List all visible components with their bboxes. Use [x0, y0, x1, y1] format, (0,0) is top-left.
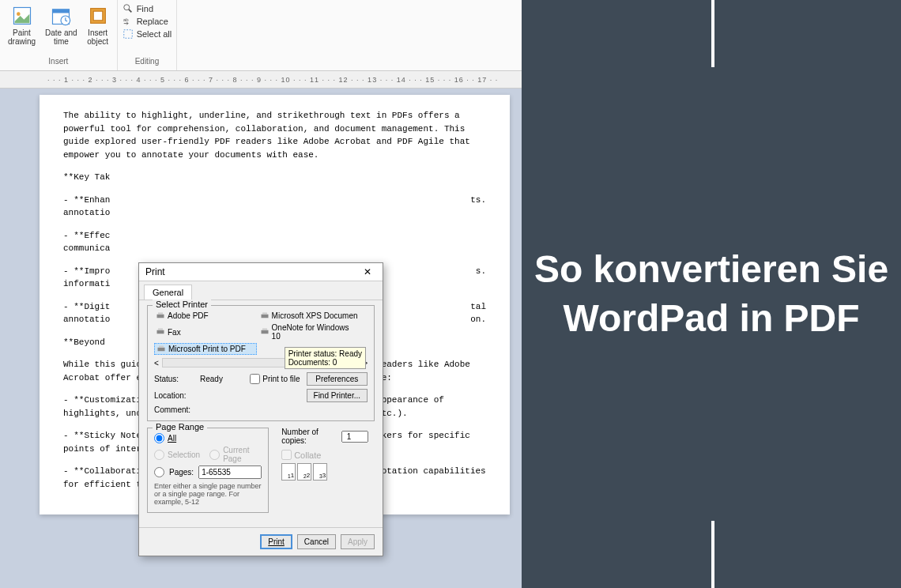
- banner-title: So konvertieren Sie WordPad in PDF: [522, 245, 901, 344]
- find-button[interactable]: Find: [123, 3, 172, 14]
- pages-input[interactable]: [198, 466, 262, 479]
- svg-rect-16: [261, 330, 268, 334]
- print-to-file-checkbox[interactable]: Print to file: [250, 374, 300, 384]
- svg-point-7: [123, 5, 129, 10]
- copies-input[interactable]: [341, 431, 368, 443]
- dialog-title: Print: [145, 266, 165, 277]
- select-printer-group: Select Printer Adobe PDF Microsoft XPS D…: [147, 305, 375, 421]
- dialog-titlebar[interactable]: Print ✕: [139, 263, 383, 281]
- svg-rect-11: [158, 312, 163, 314]
- radio-current-page[interactable]: Current Page: [209, 446, 262, 463]
- svg-rect-15: [158, 329, 163, 330]
- decorative-line: [711, 521, 714, 588]
- calendar-icon: [50, 5, 72, 27]
- printer-tooltip: Printer status: Ready Documents: 0: [285, 347, 366, 369]
- svg-rect-6: [93, 11, 103, 21]
- svg-rect-12: [261, 314, 268, 318]
- object-icon: [87, 5, 109, 27]
- copies-group: Number of copies: Collate 11 22 33: [275, 428, 375, 513]
- radio-pages[interactable]: Pages:: [154, 466, 262, 479]
- ribbon: Paint drawing Date and time Insert objec…: [0, 0, 522, 71]
- printer-item-fax[interactable]: Fax: [154, 322, 257, 341]
- radio-all[interactable]: All: [154, 433, 262, 443]
- preferences-button[interactable]: Preferences: [307, 372, 368, 386]
- cancel-button[interactable]: Cancel: [297, 534, 336, 549]
- svg-text:ab: ab: [123, 17, 129, 22]
- paint-icon: [11, 5, 33, 27]
- replace-button[interactable]: ab Replace: [123, 16, 172, 27]
- printer-icon: [156, 345, 166, 353]
- svg-rect-9: [123, 30, 132, 39]
- paint-drawing-button[interactable]: Paint drawing: [5, 3, 39, 47]
- printer-icon: [156, 328, 165, 336]
- svg-rect-13: [262, 312, 267, 314]
- paragraph: **Key Tak: [63, 171, 486, 184]
- find-printer-button[interactable]: Find Printer...: [307, 389, 368, 402]
- svg-rect-17: [262, 329, 267, 330]
- insert-object-button[interactable]: Insert object: [84, 3, 112, 47]
- printer-item-adobe[interactable]: Adobe PDF: [154, 311, 257, 321]
- scroll-left-icon[interactable]: <: [154, 359, 159, 368]
- paragraph: - **Effec communica: [63, 229, 486, 255]
- date-time-button[interactable]: Date and time: [42, 3, 81, 47]
- ribbon-group-insert: Paint drawing Date and time Insert objec…: [0, 0, 118, 70]
- svg-rect-10: [157, 314, 164, 318]
- apply-button[interactable]: Apply: [341, 534, 375, 549]
- printer-icon: [156, 312, 165, 320]
- decorative-line: [711, 0, 714, 67]
- printer-item-xps[interactable]: Microsoft XPS Documen: [258, 311, 361, 321]
- print-dialog: Print ✕ General Select Printer Adobe PDF…: [138, 262, 383, 556]
- svg-rect-18: [158, 347, 165, 351]
- close-icon[interactable]: ✕: [359, 266, 376, 277]
- banner-panel: So konvertieren Sie WordPad in PDF: [522, 0, 901, 588]
- printer-icon: [260, 312, 270, 320]
- collate-preview: 11 22 33: [281, 463, 368, 481]
- svg-rect-3: [53, 9, 70, 13]
- ribbon-group-editing: Find ab Replace Select all Editing: [118, 0, 178, 70]
- printer-icon: [260, 328, 270, 336]
- select-all-icon: [123, 28, 134, 40]
- wordpad-window: Paint drawing Date and time Insert objec…: [0, 0, 522, 588]
- ruler: · · · 1 · · · 2 · · · 3 · · · 4 · · · 5 …: [0, 71, 522, 89]
- find-icon: [123, 3, 134, 14]
- replace-icon: ab: [123, 16, 134, 27]
- print-button[interactable]: Print: [260, 534, 292, 549]
- paragraph: The ability to highlight, underline, and…: [63, 109, 486, 161]
- printer-item-ms-print[interactable]: Microsoft Print to PDF: [154, 343, 257, 355]
- radio-selection[interactable]: Selection: [154, 446, 200, 463]
- select-all-button[interactable]: Select all: [123, 28, 172, 40]
- svg-rect-14: [157, 330, 164, 334]
- ribbon-group-label: Insert: [48, 55, 68, 67]
- svg-rect-19: [159, 345, 164, 347]
- ribbon-group-label: Editing: [135, 55, 160, 67]
- page-range-group: Page Range All Selection Current Page Pa…: [147, 428, 269, 513]
- paragraph: - **Enhan annotatiots.: [63, 194, 486, 220]
- document-area: The ability to highlight, underline, and…: [0, 89, 522, 588]
- printer-item-onenote[interactable]: OneNote for Windows 10: [258, 322, 361, 341]
- tab-general[interactable]: General: [144, 285, 192, 300]
- svg-point-1: [17, 12, 21, 16]
- collate-checkbox[interactable]: Collate: [281, 450, 368, 460]
